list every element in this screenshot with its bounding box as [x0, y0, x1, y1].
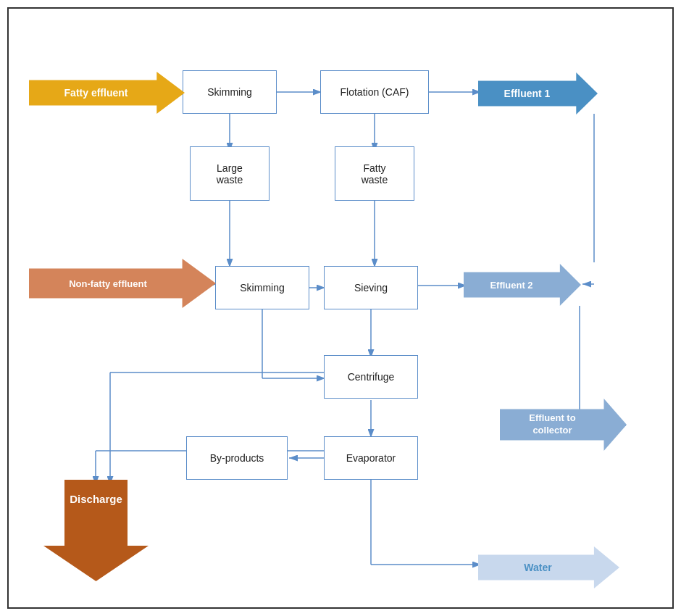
sieving-box: Sieving: [324, 266, 418, 309]
fatty-effluent-arrow: Fatty effluent: [29, 72, 185, 114]
flow-diagram: Skimming Flotation (CAF) Largewaste Fatt…: [7, 7, 674, 609]
non-fatty-effluent-arrow: Non-fatty effluent: [29, 259, 216, 308]
large-waste-box: Largewaste: [190, 146, 270, 201]
centrifuge-box: Centrifuge: [324, 355, 418, 399]
effluent2-arrow: Effluent 2: [464, 264, 581, 306]
effluent1-arrow: Effluent 1: [478, 72, 598, 115]
fatty-waste-box: Fattywaste: [335, 146, 414, 201]
evaporator-box: Evaporator: [324, 436, 418, 480]
flotation-box: Flotation (CAF): [320, 70, 429, 114]
discharge-arrow: Discharge: [43, 480, 149, 581]
byproducts-box: By-products: [186, 436, 288, 480]
skimming2-box: Skimming: [215, 266, 309, 309]
skimming1-box: Skimming: [183, 70, 277, 114]
effluent-collector-arrow: Effluent tocollector: [500, 399, 627, 451]
water-arrow: Water: [478, 546, 619, 588]
